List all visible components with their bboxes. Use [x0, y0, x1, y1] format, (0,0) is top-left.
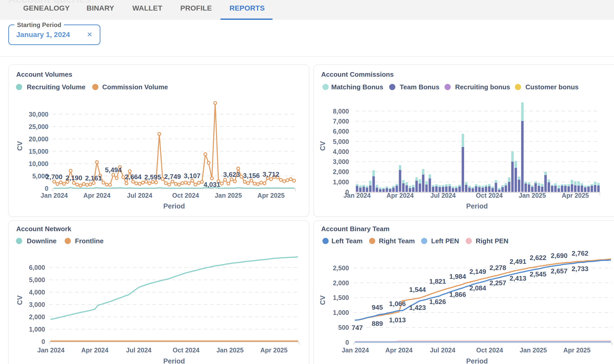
- svg-text:4,031: 4,031: [203, 181, 220, 188]
- svg-text:4,000: 4,000: [333, 148, 349, 155]
- svg-text:5,000: 5,000: [29, 276, 45, 283]
- svg-text:Apr 2024: Apr 2024: [81, 346, 108, 354]
- svg-text:Apr 2024: Apr 2024: [386, 192, 414, 199]
- svg-text:Recruiting Volume: Recruiting Volume: [27, 83, 86, 91]
- svg-text:2,622: 2,622: [530, 254, 546, 262]
- svg-text:Period: Period: [163, 202, 185, 210]
- svg-text:2,000: 2,000: [333, 168, 349, 175]
- svg-text:1,000: 1,000: [29, 326, 45, 333]
- svg-text:1,544: 1,544: [409, 286, 426, 293]
- svg-text:25,000: 25,000: [29, 123, 48, 130]
- svg-text:2,762: 2,762: [572, 249, 588, 257]
- svg-text:2,278: 2,278: [489, 264, 506, 272]
- svg-text:15,000: 15,000: [29, 148, 48, 155]
- svg-text:Jul 2024: Jul 2024: [430, 192, 456, 199]
- svg-text:CV: CV: [319, 141, 327, 151]
- svg-text:1,984: 1,984: [449, 273, 466, 280]
- svg-text:Oct 2024: Oct 2024: [476, 192, 503, 199]
- svg-text:20,000: 20,000: [29, 135, 48, 143]
- svg-text:1,000: 1,000: [333, 178, 349, 186]
- svg-text:Apr 2024: Apr 2024: [83, 192, 110, 199]
- svg-text:Apr 2024: Apr 2024: [385, 346, 413, 354]
- svg-text:2,257: 2,257: [489, 279, 506, 287]
- svg-text:Jul 2024: Jul 2024: [126, 346, 151, 354]
- svg-text:Account Volumes: Account Volumes: [16, 71, 72, 78]
- svg-text:3,712: 3,712: [262, 170, 279, 178]
- svg-text:1,821: 1,821: [429, 278, 446, 285]
- svg-text:7,000: 7,000: [333, 118, 349, 125]
- svg-text:Jan 2024: Jan 2024: [342, 346, 369, 354]
- svg-text:Matching Bonus: Matching Bonus: [331, 83, 383, 91]
- svg-text:Jan 2024: Jan 2024: [41, 192, 68, 199]
- svg-text:Commission Volume: Commission Volume: [102, 83, 168, 91]
- svg-text:3,000: 3,000: [29, 301, 45, 308]
- svg-text:Period: Period: [466, 202, 488, 210]
- svg-text:945: 945: [372, 304, 383, 311]
- svg-text:Period: Period: [163, 357, 185, 364]
- svg-text:6,000: 6,000: [333, 128, 349, 135]
- svg-text:2,595: 2,595: [144, 173, 161, 181]
- svg-text:4,000: 4,000: [29, 289, 45, 296]
- svg-text:30,000: 30,000: [29, 111, 48, 118]
- svg-text:2,413: 2,413: [509, 274, 526, 282]
- svg-text:0: 0: [41, 338, 45, 345]
- svg-text:Recruiting bonus: Recruiting bonus: [455, 83, 510, 91]
- svg-text:Team Bonus: Team Bonus: [400, 83, 439, 91]
- svg-text:1,066: 1,066: [389, 300, 406, 308]
- svg-text:889: 889: [372, 320, 383, 327]
- svg-text:2,700: 2,700: [46, 173, 62, 181]
- svg-text:3,623: 3,623: [223, 171, 240, 178]
- svg-text:Jan 2024: Jan 2024: [37, 346, 65, 354]
- svg-text:Account Network: Account Network: [16, 225, 71, 233]
- svg-text:1,500: 1,500: [333, 294, 349, 301]
- svg-text:1,866: 1,866: [449, 291, 466, 298]
- svg-text:2,500: 2,500: [333, 264, 349, 272]
- svg-text:Account Binary Team: Account Binary Team: [321, 225, 389, 233]
- svg-text:Apr 2025: Apr 2025: [257, 192, 285, 199]
- svg-text:Customer bonus: Customer bonus: [525, 83, 579, 91]
- svg-text:Jan 2025: Jan 2025: [215, 192, 242, 199]
- svg-text:3,107: 3,107: [184, 172, 200, 180]
- svg-text:3,000: 3,000: [333, 158, 349, 165]
- svg-text:1,423: 1,423: [409, 304, 426, 311]
- svg-text:Jan 2024: Jan 2024: [344, 192, 371, 199]
- svg-text:2,000: 2,000: [29, 313, 45, 320]
- svg-text:1,000: 1,000: [333, 309, 349, 316]
- svg-text:2,149: 2,149: [469, 268, 486, 275]
- svg-text:0: 0: [45, 185, 48, 192]
- svg-text:Left PEN: Left PEN: [431, 237, 459, 245]
- svg-text:10,000: 10,000: [29, 160, 48, 167]
- svg-text:0: 0: [345, 339, 349, 346]
- svg-text:Right PEN: Right PEN: [476, 237, 508, 245]
- svg-text:3,156: 3,156: [243, 172, 260, 179]
- svg-text:Jan 2025: Jan 2025: [520, 346, 547, 354]
- svg-text:1,626: 1,626: [429, 298, 446, 306]
- svg-text:2,664: 2,664: [125, 173, 142, 181]
- svg-text:747: 747: [352, 324, 363, 332]
- svg-text:Oct 2024: Oct 2024: [476, 346, 503, 354]
- svg-text:Oct 2024: Oct 2024: [172, 192, 199, 199]
- svg-text:Apr 2025: Apr 2025: [563, 346, 591, 354]
- svg-text:Jul 2024: Jul 2024: [430, 346, 455, 354]
- svg-text:Apr 2025: Apr 2025: [562, 192, 589, 199]
- svg-text:CV: CV: [16, 295, 24, 305]
- svg-text:2,657: 2,657: [551, 267, 567, 275]
- svg-text:Jul 2024: Jul 2024: [127, 192, 152, 199]
- svg-text:5,494: 5,494: [105, 166, 122, 174]
- svg-text:Downline: Downline: [27, 237, 57, 245]
- svg-text:2,545: 2,545: [530, 270, 546, 278]
- svg-text:6,000: 6,000: [29, 264, 45, 271]
- svg-text:2,190: 2,190: [65, 174, 82, 182]
- svg-text:Left Team: Left Team: [331, 237, 363, 245]
- svg-text:5,000: 5,000: [333, 138, 349, 145]
- svg-text:Jan 2025: Jan 2025: [216, 346, 244, 354]
- svg-text:2,733: 2,733: [572, 265, 588, 273]
- svg-text:Oct 2024: Oct 2024: [173, 346, 199, 354]
- svg-text:CV: CV: [16, 141, 24, 151]
- svg-text:CV: CV: [319, 295, 327, 305]
- svg-text:Account Commissions: Account Commissions: [321, 71, 394, 78]
- svg-text:Frontline: Frontline: [75, 237, 104, 245]
- svg-text:1,013: 1,013: [389, 316, 406, 324]
- svg-text:2,749: 2,749: [164, 173, 181, 180]
- svg-text:2,690: 2,690: [551, 252, 567, 259]
